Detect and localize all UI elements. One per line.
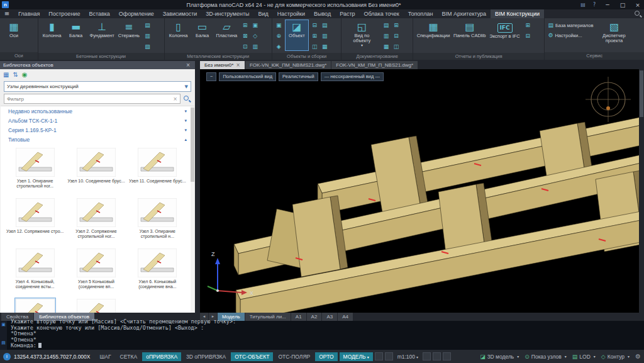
ribbon-tab[interactable]: Оформление [114,9,158,18]
node-item[interactable]: Узел 1. Опирание стропильной ног... [4,147,65,193]
viewport-canvas[interactable]: Z X [200,69,639,313]
viewport-control[interactable]: --- несохраненный вид --- [321,72,384,81]
help-icon[interactable]: ? [590,2,599,8]
status-tool-icon[interactable] [375,352,383,360]
status-option[interactable]: ▤ LOD ▾ [572,354,596,360]
node-item[interactable]: Узел 11. Соединение брус... [127,147,188,193]
ribbon-button[interactable]: ▮ Колонна ▾ [40,20,64,51]
scrollbar-thumb[interactable] [640,70,643,117]
ribbon-button[interactable]: ◱ Вид по объекту ▾ [343,20,380,51]
library-scrollbar[interactable] [191,106,194,313]
ribbon-small-tool-icon[interactable]: ▣ [274,20,284,30]
clear-filter-icon[interactable]: × [173,96,177,102]
ribbon-small-tool-icon[interactable]: ▦ [320,42,330,51]
ribbon-tab[interactable]: Облака точек [360,9,404,18]
tree-group-row[interactable]: Типовые ▴ [1,135,194,144]
ribbon-small-tool-icon[interactable]: ▦ [381,42,391,51]
node-item[interactable]: Узел 2. Сопряжение стропильной ног... [65,197,126,243]
ribbon-tab[interactable]: Вид [254,9,273,18]
ribbon-tab[interactable]: Растр [335,9,359,18]
node-item[interactable]: Узел 3. Опирание стропильной н... [127,197,188,243]
ribbon-small-tool-icon[interactable]: ⊞ [310,31,319,40]
scrollbar-thumb[interactable] [191,108,194,182]
sort-icon[interactable]: ⇅ [13,71,18,79]
viewport-control[interactable]: Реалистичный [279,72,318,81]
ribbon-tab[interactable]: Настройки [273,9,309,18]
status-toggle[interactable]: СЕТКА [116,352,142,361]
status-toggle[interactable]: оПРИВЯЗКА [142,352,181,361]
ribbon-small-tool-icon[interactable]: ▥ [381,31,391,40]
gear-icon[interactable]: ⚙ [635,353,641,360]
ribbon-small-tool-icon[interactable]: ◇ [250,31,260,40]
ribbon-small-tool-icon[interactable]: ⊞ [391,20,401,30]
tree-group-row[interactable]: Серия 1.169.5-КР-1 ▾ [1,125,194,135]
maximize-button[interactable]: □ [616,0,629,9]
ribbon-small-tool-icon[interactable]: ◈ [274,42,284,51]
ribbon-button[interactable]: ≡ Стержень ▾ [116,20,142,51]
ribbon-small-tool-icon[interactable]: ⊞ [240,20,250,30]
ribbon-tab[interactable]: Топоплан [404,9,438,18]
drawing-viewport[interactable]: Z X − Пользовательский вид Реалистичный … [200,69,639,313]
close-button[interactable]: × [631,0,644,9]
ribbon-tab[interactable]: Главная [14,9,44,18]
ribbon-button[interactable]: ⊥ Фундамент ▾ [88,20,116,51]
ribbon-small-tool-icon[interactable]: ▥ [250,42,260,51]
document-tab[interactable]: Без имени0* × [200,61,245,69]
search-icon[interactable] [183,95,191,103]
ribbon-button[interactable]: ▤ Панель CADlib ▾ [452,20,487,51]
ribbon-small-tool-icon[interactable]: ⊟ [310,20,319,30]
main-menu-icon[interactable]: ≡ [0,9,14,18]
node-item[interactable] [65,298,126,313]
ribbon-tab[interactable]: BIM Конструкции [491,9,544,18]
refresh-icon[interactable]: ◉ [22,71,28,79]
status-toggle[interactable]: ШАГ [96,352,114,361]
node-item[interactable] [4,298,65,313]
ribbon-tab[interactable]: Зависимости [158,9,202,18]
ribbon-button[interactable]: ▱ Пластина ▾ [214,20,240,51]
panel-close-icon[interactable]: × [184,62,192,68]
model-space-toggle[interactable]: МОДЕЛЬ▾ [340,352,373,361]
ribbon-tab[interactable]: Вставка [84,9,114,18]
ribbon-small-tool-icon[interactable]: ▣ [250,20,260,30]
status-option[interactable]: ◇ Контур ▾ [601,354,630,360]
node-item[interactable]: Узел 6. Коньковый (соединение вна... [127,247,188,294]
notification-icon[interactable]: i [3,353,11,360]
status-toggle[interactable]: ОТС-ПОЛЯР [274,352,314,361]
ribbon-tab[interactable]: Вывод [309,9,335,18]
status-toggle[interactable]: ОТС-ОБЪЕКТ [231,352,273,361]
ribbon-tab[interactable]: BIM Архитектура [437,9,491,18]
status-tool-icon[interactable] [433,352,441,360]
status-tool-icon[interactable] [423,352,431,360]
command-history-icon[interactable]: ▣ [1,323,6,327]
command-log[interactable]: Укажите вторую точку или [Массив] <Счита… [7,319,644,350]
ribbon-button[interactable]: ▦ Оси ▾ [2,20,26,51]
status-tool-icon[interactable] [443,352,451,360]
ribbon-small-tool-icon[interactable]: ▤ [381,20,391,30]
document-tab[interactable]: FOK-VN_КМ_ПМ_П_NBS21.dwg* × [331,61,418,69]
ribbon-small-tool-icon[interactable]: ⊕ [274,31,284,40]
grid-view-icon[interactable]: ▦ [3,71,9,79]
ribbon-small-tool-icon[interactable]: ⊟ [523,31,533,40]
node-item[interactable]: Узел 5 Коньковый (соединение вп... [65,247,126,294]
close-tab-icon[interactable]: × [236,62,240,68]
filter-input[interactable] [7,96,173,102]
ribbon-small-tool-icon[interactable]: ▤ [143,20,152,30]
ribbon-small-tool-icon[interactable]: ⊞ [523,20,533,30]
ribbon-small-tool-icon[interactable]: ◫ [310,42,319,51]
ribbon-button[interactable]: ▯ Колонна ▾ [167,20,191,51]
minimize-button[interactable]: ─ [601,0,614,9]
status-option[interactable]: ◪ 3D модель ▾ [480,354,519,360]
ribbon-list-button[interactable]: ⚙ Настройки... [547,31,594,40]
ribbon-list-button[interactable]: ▤ База материалов [547,21,594,30]
ribbon-small-tool-icon[interactable]: ⊡ [240,42,250,51]
ribbon-search-icon[interactable] [631,9,644,18]
ribbon-small-tool-icon[interactable]: ▧ [143,42,152,51]
tree-group-row[interactable]: Альбом ТСК-СК-1-1 ▾ [1,116,194,125]
node-item[interactable]: Узел 12. Сопряжение стро... [4,197,65,243]
command-options-icon[interactable]: ▤ [1,341,6,345]
ribbon-small-tool-icon[interactable]: ▥ [320,31,330,40]
ribbon-small-tool-icon[interactable]: ⊟ [391,31,401,40]
node-item[interactable]: Узел 4. Коньковый, соединение всты... [4,247,65,294]
ribbon-tab[interactable]: Построение [44,9,84,18]
object-button[interactable]: ◪ Объект ▾ [285,20,309,51]
